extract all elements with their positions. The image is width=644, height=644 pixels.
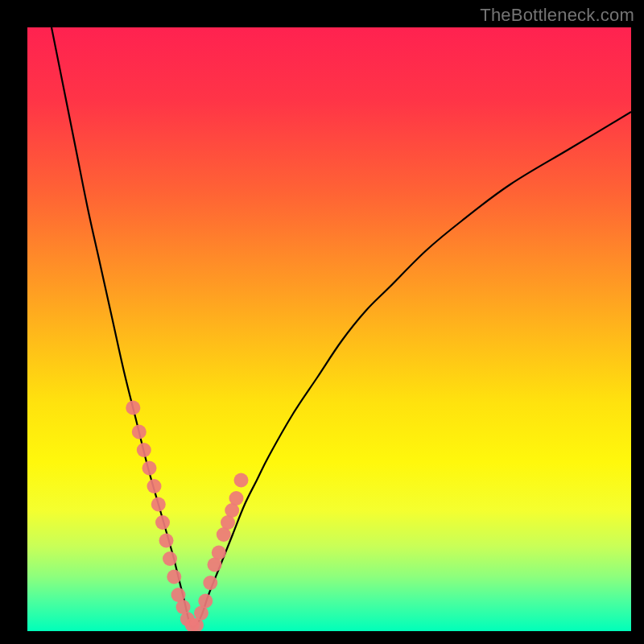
watermark-text: TheBottleneck.com xyxy=(480,5,634,26)
svg-rect-0 xyxy=(27,27,631,631)
plot-area xyxy=(27,27,631,631)
chart-frame: TheBottleneck.com xyxy=(0,0,644,644)
background-gradient xyxy=(27,27,631,631)
